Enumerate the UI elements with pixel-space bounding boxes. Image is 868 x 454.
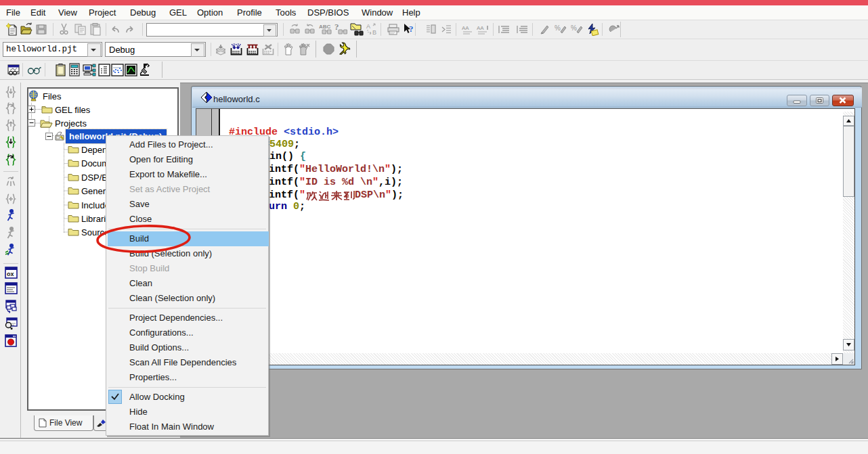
svg-text:?: ? (409, 24, 414, 34)
svg-text:B: B (372, 29, 376, 36)
svg-text:ox: ox (7, 271, 14, 277)
svg-text:AA: AA (462, 25, 469, 31)
svg-text:%: % (571, 24, 577, 32)
svg-text:ABC: ABC (319, 24, 331, 30)
svg-text:%: % (555, 24, 561, 32)
svg-text:A: A (366, 23, 370, 30)
svg-text:AA: AA (477, 25, 484, 31)
